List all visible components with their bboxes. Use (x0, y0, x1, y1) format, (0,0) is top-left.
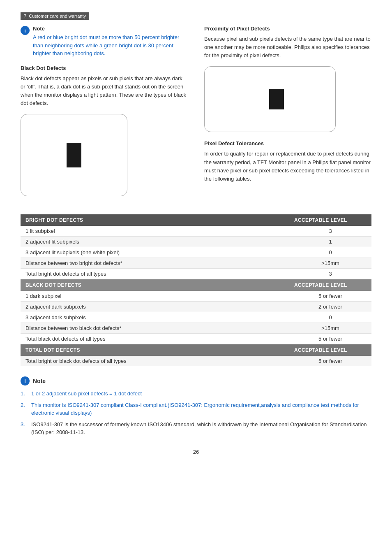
black-row3-col2: 0 (289, 312, 371, 323)
list-item: 3. ISO9241-307 is the successor of forme… (21, 420, 371, 437)
bright-row2-col2: 1 (289, 237, 371, 247)
black-row1-col1: 1 dark subpixel (21, 291, 289, 302)
pixel-tolerance-title: Pixel Defect Tolerances (204, 140, 371, 146)
note-bottom-list: 1. 1 or 2 adjacent sub pixel defects = 1… (21, 390, 371, 437)
black-row5-col2: 5 or fewer (289, 334, 371, 344)
black-row1-col2: 5 or fewer (289, 291, 371, 302)
note-item-2-text: This monitor is ISO9241-307 compliant Cl… (31, 401, 371, 417)
black-row5-col1: Total black dot defects of all types (21, 334, 289, 344)
black-header-col2: ACCEPTABLE LEVEL (289, 279, 371, 291)
table-row: 3 adjacent dark subpixels 0 (21, 312, 371, 323)
bright-header-col2: ACCEPTABLE LEVEL (289, 214, 371, 226)
note-top-block: i Note A red or blue bright dot must be … (21, 26, 188, 58)
right-diagram (204, 66, 336, 132)
defects-table: BRIGHT DOT DEFECTS ACCEPTABLE LEVEL 1 li… (21, 214, 371, 366)
black-dot-title: Black Dot Defects (21, 65, 188, 71)
list-item: 1. 1 or 2 adjacent sub pixel defects = 1… (21, 390, 371, 398)
note-bottom-icon: i (21, 376, 30, 385)
table-row: Distance between two bright dot defects*… (21, 258, 371, 269)
bright-row5-col1: Total bright dot defects of all types (21, 269, 289, 279)
note-bottom-heading: i Note (21, 376, 371, 385)
table-row: 1 lit subpixel 3 (21, 226, 371, 237)
note-item-3-text: ISO9241-307 is the successor of formerly… (31, 420, 371, 437)
table-row: Total bright dot defects of all types 3 (21, 269, 371, 279)
black-row4-col2: >15mm (289, 323, 371, 334)
black-row4-col1: Distance between two black dot defects* (21, 323, 289, 334)
table-row: Distance between two black dot defects* … (21, 323, 371, 334)
bright-header-col1: BRIGHT DOT DEFECTS (21, 214, 289, 226)
total-header-row: TOTAL DOT DEFECTS ACCEPTABLE LEVEL (21, 344, 371, 356)
note-bottom-label: Note (33, 378, 46, 384)
table-row: 2 adjacent dark subpixels 2 or fewer (21, 302, 371, 312)
left-column: i Note A red or blue bright dot must be … (21, 26, 188, 204)
proximity-title: Proximity of Pixel Defects (204, 26, 371, 32)
proximity-body: Because pixel and sub pixels defects of … (204, 35, 371, 60)
note-top-text: A red or blue bright dot must be more th… (33, 33, 188, 58)
bright-row1-col2: 3 (289, 226, 371, 237)
list-item: 2. This monitor is ISO9241-307 compliant… (21, 401, 371, 417)
table-row: 3 adjacent lit subpixels (one white pixe… (21, 247, 371, 258)
note-top-label-text: Note A red or blue bright dot must be mo… (33, 26, 188, 58)
bright-header-row: BRIGHT DOT DEFECTS ACCEPTABLE LEVEL (21, 214, 371, 226)
total-row1-col2: 5 or fewer (289, 356, 371, 366)
black-row2-col1: 2 adjacent dark subpixels (21, 302, 289, 312)
table-row: 2 adjacent lit subpixels 1 (21, 237, 371, 247)
black-dot-body: Black dot defects appear as pixels or su… (21, 74, 188, 108)
table-row: Total bright or black dot defects of all… (21, 356, 371, 366)
note-top-icon: i (21, 26, 30, 35)
bright-row3-col1: 3 adjacent lit subpixels (one white pixe… (21, 247, 289, 258)
left-dark-rect (67, 143, 81, 167)
total-header-col1: TOTAL DOT DEFECTS (21, 344, 289, 356)
pixel-tolerance-body: In order to qualify for repair or replac… (204, 150, 371, 183)
total-header-col2: ACCEPTABLE LEVEL (289, 344, 371, 356)
black-header-row: BLACK DOT DEFECTS ACCEPTABLE LEVEL (21, 279, 371, 291)
page-number: 26 (21, 449, 371, 455)
total-row1-col1: Total bright or black dot defects of all… (21, 356, 289, 366)
table-row: Total black dot defects of all types 5 o… (21, 334, 371, 344)
black-header-col1: BLACK DOT DEFECTS (21, 279, 289, 291)
bright-row3-col2: 0 (289, 247, 371, 258)
black-row3-col1: 3 adjacent dark subpixels (21, 312, 289, 323)
right-column: Proximity of Pixel Defects Because pixel… (204, 26, 371, 204)
bright-row1-col1: 1 lit subpixel (21, 226, 289, 237)
note-bottom-section: i Note 1. 1 or 2 adjacent sub pixel defe… (21, 376, 371, 437)
section-header: 7. Customer care and warranty (21, 12, 89, 20)
table-row: 1 dark subpixel 5 or fewer (21, 291, 371, 302)
bright-row2-col1: 2 adjacent lit subpixels (21, 237, 289, 247)
right-dark-rect (269, 89, 284, 109)
bright-row4-col1: Distance between two bright dot defects* (21, 258, 289, 269)
note-item-1-text: 1 or 2 adjacent sub pixel defects = 1 do… (31, 390, 142, 398)
black-row2-col2: 2 or fewer (289, 302, 371, 312)
bright-row5-col2: 3 (289, 269, 371, 279)
bright-row4-col2: >15mm (289, 258, 371, 269)
left-diagram (21, 114, 127, 196)
note-top-label: Note (33, 26, 188, 32)
